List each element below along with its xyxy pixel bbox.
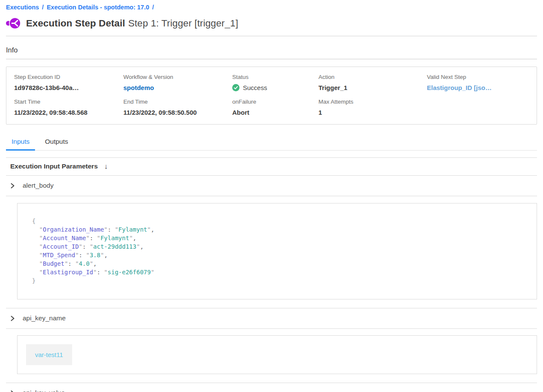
page-header: Execution Step DetailStep 1: Trigger [tr…	[6, 17, 537, 29]
tab-inputs[interactable]: Inputs	[6, 135, 35, 150]
start-time-value: 11/23/2022, 09:58:48.568	[14, 109, 123, 116]
end-time-value: 11/23/2022, 09:58:50.500	[123, 109, 232, 116]
execution-input-parameters-label: Execution Input Parameters	[10, 163, 98, 170]
chevron-right-icon	[10, 390, 15, 392]
field-valid-next-step: Valid Next Step Elastigroup_ID [jso…	[427, 74, 529, 91]
field-end-time: End Time 11/23/2022, 09:58:50.500	[123, 99, 232, 116]
header-divider	[6, 36, 537, 36]
field-label: Workflow & Version	[123, 74, 232, 80]
field-label: Action	[318, 74, 427, 80]
execution-input-parameters-header[interactable]: Execution Input Parameters ↓	[6, 158, 537, 175]
status-badge: Success	[232, 84, 318, 91]
breadcrumb-execution-details[interactable]: Execution Details - spotdemo: 17.0	[47, 4, 149, 11]
execution-step-detail-page: Executions/Execution Details - spotdemo:…	[0, 0, 543, 392]
onfailure-value: Abort	[232, 109, 318, 116]
api-key-name-value: var-test11	[26, 344, 72, 365]
success-check-icon	[232, 84, 239, 91]
alert-body-json-viewer: { "Organization_Name": "Fylamynt", "Acco…	[17, 203, 537, 299]
page-subtitle: Step 1: Trigger [trigger_1]	[128, 18, 238, 29]
download-arrow-icon[interactable]: ↓	[104, 163, 108, 170]
alert-body-json-content: { "Organization_Name": "Fylamynt", "Acco…	[32, 217, 528, 285]
breadcrumb-separator: /	[42, 4, 44, 11]
page-title: Execution Step Detail	[26, 18, 125, 29]
step-execution-id-value: 1d97828c-13b6-40a…	[14, 84, 123, 91]
field-label: Start Time	[14, 99, 123, 105]
valid-next-step-link[interactable]: Elastigroup_ID [jso…	[427, 84, 529, 91]
section-divider	[6, 328, 537, 329]
param-name: api_key_name	[23, 314, 66, 322]
param-name: alert_body	[23, 182, 53, 189]
param-row-api-key-value[interactable]: api_key_value	[6, 383, 537, 392]
max-attempts-value: 1	[318, 109, 427, 116]
info-divider	[6, 59, 537, 59]
breadcrumb: Executions/Execution Details - spotdemo:…	[6, 0, 537, 11]
workflow-link[interactable]: spotdemo	[123, 84, 232, 91]
breadcrumb-executions[interactable]: Executions	[6, 4, 39, 11]
param-name: api_key_value	[23, 389, 65, 392]
param-row-api-key-name[interactable]: api_key_name	[6, 308, 537, 328]
field-label: Step Execution ID	[14, 74, 123, 80]
param-row-alert-body[interactable]: alert_body	[6, 176, 537, 196]
field-label: Valid Next Step	[427, 74, 529, 80]
chevron-right-icon	[10, 316, 15, 321]
field-start-time: Start Time 11/23/2022, 09:58:48.568	[14, 99, 123, 116]
tabs: Inputs Outputs	[6, 135, 537, 151]
field-empty	[427, 99, 529, 116]
field-label: Max Attempts	[318, 99, 427, 105]
status-text: Success	[243, 84, 267, 91]
info-heading: Info	[6, 46, 537, 54]
tab-outputs[interactable]: Outputs	[39, 135, 73, 150]
chevron-right-icon	[10, 183, 15, 189]
section-divider	[6, 196, 537, 196]
api-key-name-value-box: var-test11	[17, 335, 537, 374]
fylamynt-logo-icon	[6, 17, 20, 29]
info-card: Step Execution ID 1d97828c-13b6-40a… Wor…	[6, 67, 537, 125]
field-status: Status Success	[232, 74, 318, 91]
breadcrumb-separator: /	[152, 4, 154, 11]
field-onfailure: onFailure Abort	[232, 99, 318, 116]
field-workflow-version: Workflow & Version spotdemo	[123, 74, 232, 91]
field-max-attempts: Max Attempts 1	[318, 99, 427, 116]
field-label: End Time	[123, 99, 232, 105]
field-step-execution-id: Step Execution ID 1d97828c-13b6-40a…	[14, 74, 123, 91]
field-action: Action Trigger_1	[318, 74, 427, 91]
field-label: Status	[232, 74, 318, 80]
field-label: onFailure	[232, 99, 318, 105]
action-value: Trigger_1	[318, 84, 427, 91]
